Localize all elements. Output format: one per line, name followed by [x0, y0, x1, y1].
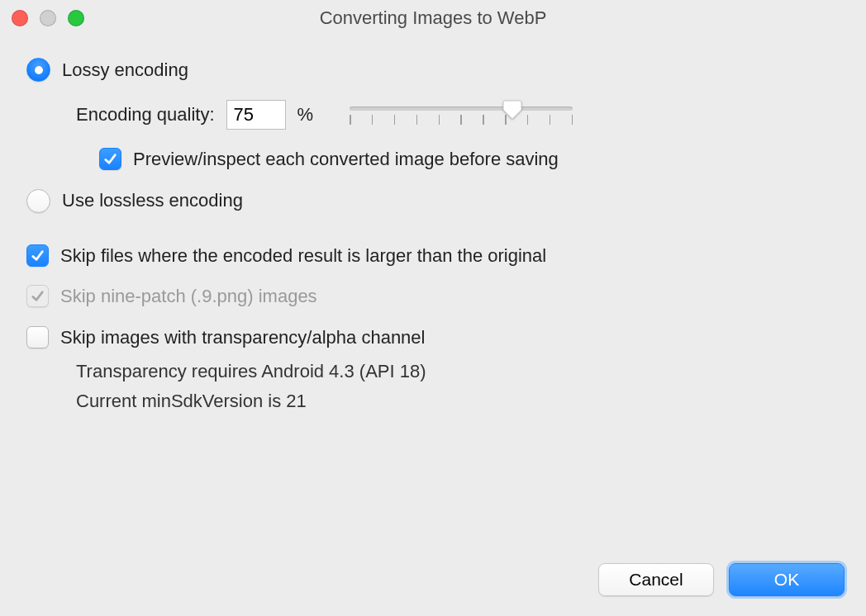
dialog-body: Lossy encoding Encoding quality: % Previ… [0, 36, 866, 417]
zoom-icon[interactable] [68, 10, 84, 26]
checkbox-skip-alpha[interactable] [26, 326, 49, 348]
skip-alpha-row[interactable]: Skip images with transparency/alpha chan… [26, 326, 840, 349]
traffic-lights [12, 10, 84, 26]
dialog-footer: Cancel OK [598, 563, 845, 596]
quality-slider[interactable] [350, 100, 573, 130]
radio-row-lossy[interactable]: Lossy encoding [26, 58, 840, 82]
cancel-button[interactable]: Cancel [598, 563, 714, 596]
checkbox-skip-larger[interactable] [26, 244, 49, 267]
window-title: Converting Images to WebP [0, 7, 866, 29]
quality-row: Encoding quality: % [26, 100, 840, 130]
ok-button[interactable]: OK [729, 563, 845, 596]
radio-lossy[interactable] [26, 58, 50, 82]
minimize-icon[interactable] [40, 10, 56, 26]
check-icon [102, 151, 118, 167]
close-icon[interactable] [12, 10, 28, 26]
checkbox-preview-label: Preview/inspect each converted image bef… [133, 148, 559, 171]
skip-ninepatch-row: Skip nine-patch (.9.png) images [26, 285, 840, 308]
check-icon [30, 288, 45, 304]
checkbox-skip-alpha-label: Skip images with transparency/alpha chan… [60, 326, 425, 349]
radio-lossy-label: Lossy encoding [62, 59, 188, 82]
note-line-2: Current minSdkVersion is 21 [76, 386, 840, 416]
skip-larger-row[interactable]: Skip files where the encoded result is l… [26, 244, 840, 268]
checkbox-skip-ninepatch-label: Skip nine-patch (.9.png) images [60, 285, 317, 308]
checkbox-skip-larger-label: Skip files where the encoded result is l… [60, 244, 546, 268]
slider-ticks [350, 115, 573, 125]
transparency-notes: Transparency requires Android 4.3 (API 1… [26, 357, 840, 417]
checkbox-skip-ninepatch [26, 285, 49, 307]
radio-lossless[interactable] [26, 189, 50, 213]
slider-track [350, 107, 573, 111]
slider-thumb-icon[interactable] [502, 98, 523, 120]
preview-row[interactable]: Preview/inspect each converted image bef… [26, 148, 840, 171]
check-icon [30, 248, 45, 263]
quality-input[interactable] [226, 100, 286, 130]
radio-row-lossless[interactable]: Use lossless encoding [26, 189, 840, 213]
checkbox-preview[interactable] [99, 148, 121, 170]
radio-lossless-label: Use lossless encoding [62, 189, 243, 212]
note-line-1: Transparency requires Android 4.3 (API 1… [76, 357, 840, 386]
titlebar: Converting Images to WebP [0, 0, 866, 36]
quality-unit: % [297, 103, 314, 126]
quality-label: Encoding quality: [76, 103, 215, 126]
